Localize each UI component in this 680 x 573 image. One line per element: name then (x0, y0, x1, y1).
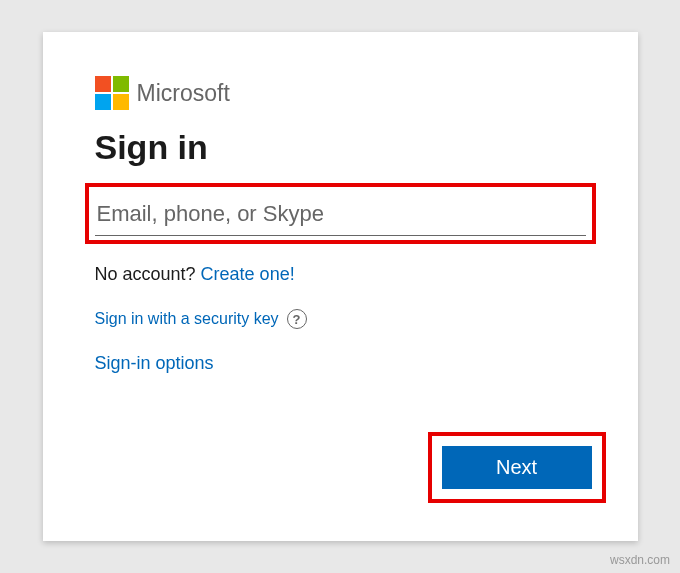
emphasis-box-input (85, 183, 596, 244)
microsoft-logo-icon (95, 76, 129, 110)
brand-row: Microsoft (95, 76, 586, 110)
help-icon[interactable]: ? (287, 309, 307, 329)
next-button[interactable]: Next (442, 446, 592, 489)
sign-in-options-row: Sign-in options (95, 353, 586, 374)
emphasis-box-next: Next (428, 432, 606, 503)
security-key-link[interactable]: Sign in with a security key (95, 310, 279, 328)
create-account-link[interactable]: Create one! (201, 264, 295, 284)
identity-input[interactable] (95, 195, 586, 236)
sign-in-options-link[interactable]: Sign-in options (95, 353, 214, 373)
no-account-row: No account? Create one! (95, 264, 586, 285)
sign-in-card: Microsoft Sign in No account? Create one… (43, 32, 638, 541)
no-account-prompt: No account? (95, 264, 196, 284)
watermark: wsxdn.com (610, 553, 670, 567)
brand-name: Microsoft (137, 80, 230, 107)
security-key-row: Sign in with a security key ? (95, 309, 586, 329)
page-title: Sign in (95, 128, 586, 167)
